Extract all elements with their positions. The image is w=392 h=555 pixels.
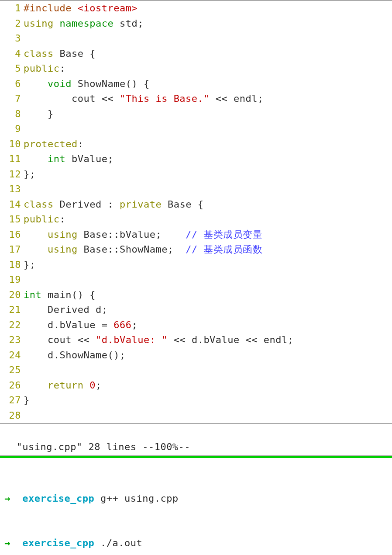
token-kw-using: using	[24, 18, 54, 29]
line-number: 19	[0, 272, 24, 288]
code-content: };	[24, 167, 392, 182]
token-kw-access: public	[24, 214, 59, 225]
code-line: 24 d.ShowName();	[0, 348, 392, 363]
code-line: 10protected:	[0, 137, 392, 152]
code-content: int bValue;	[24, 152, 392, 167]
token-num: 666	[113, 319, 131, 330]
code-line: 20int main() {	[0, 288, 392, 303]
status-text: "using.cpp" 28 lines --100%--	[17, 441, 191, 452]
line-number: 6	[0, 76, 24, 92]
line-number: 16	[0, 227, 24, 243]
token-str: "This is Base."	[120, 93, 210, 104]
token-type: void	[48, 78, 72, 89]
token-kw-ns: namespace	[59, 18, 113, 29]
code-content: using namespace std;	[24, 16, 392, 31]
line-number: 27	[0, 393, 24, 408]
token-type: int	[24, 289, 41, 300]
code-line: 14class Derived : private Base {	[0, 197, 392, 212]
code-line: 4class Base {	[0, 46, 392, 62]
code-line: 18};	[0, 257, 392, 273]
code-content: };	[24, 257, 392, 273]
code-line: 22 d.bValue = 666;	[0, 318, 392, 333]
terminal-output: → exercise_cpp g++ using.cpp → exercise_…	[0, 456, 392, 555]
token-str: "d.bValue: "	[96, 334, 168, 345]
token-plain: ;	[96, 380, 102, 391]
token-plain: main() {	[41, 289, 96, 300]
code-content	[24, 182, 392, 197]
code-content: protected:	[24, 137, 392, 152]
terminal-cmd: g++ using.cpp	[100, 493, 179, 504]
vim-status-bar: "using.cpp" 28 lines --100%--	[0, 424, 392, 456]
terminal-line: → exercise_cpp ./a.out	[4, 536, 388, 551]
code-content: d.ShowName();	[24, 348, 392, 363]
line-number: 7	[0, 91, 24, 107]
token-plain	[54, 18, 60, 29]
code-line: 7 cout << "This is Base." << endl;	[0, 91, 392, 107]
token-kw-using: using	[48, 244, 78, 255]
token-plain: Base::ShowName;	[78, 244, 186, 255]
line-number: 5	[0, 61, 24, 76]
token-num: 0	[89, 380, 96, 391]
token-plain	[24, 78, 48, 89]
code-content: using Base::bValue; // 基类成员变量	[24, 227, 392, 243]
code-line: 21 Derived d;	[0, 302, 392, 318]
token-plain: Base {	[162, 199, 203, 210]
token-kw-access: public	[24, 63, 59, 74]
line-number: 4	[0, 46, 24, 62]
code-content: }	[24, 107, 392, 122]
token-plain: ShowName() {	[72, 78, 150, 89]
token-type: int	[48, 153, 65, 164]
token-kw-access: protected	[24, 139, 78, 149]
code-content: return 0;	[24, 378, 392, 393]
code-line: 11 int bValue;	[0, 152, 392, 167]
token-plain	[24, 153, 48, 164]
code-line: 5public:	[0, 61, 392, 76]
cwd-label: exercise_cpp	[22, 493, 94, 504]
line-number: 23	[0, 333, 24, 348]
code-content	[24, 363, 392, 378]
code-line: 28	[0, 408, 392, 423]
token-cmt: // 基类成员函数	[186, 244, 262, 255]
code-content: void ShowName() {	[24, 76, 392, 92]
prompt-arrow-icon: →	[4, 493, 10, 504]
token-plain: :	[78, 139, 84, 149]
line-number: 26	[0, 378, 24, 393]
code-line: 26 return 0;	[0, 378, 392, 393]
token-plain: ;	[131, 319, 138, 330]
code-line: 15public:	[0, 212, 392, 227]
code-content	[24, 31, 392, 46]
token-plain: :	[59, 214, 65, 225]
token-plain: std;	[113, 18, 144, 29]
token-plain	[24, 380, 48, 391]
token-kw-class: class	[24, 199, 54, 210]
code-content: Derived d;	[24, 302, 392, 318]
token-plain: };	[24, 169, 36, 180]
token-hdr: <iostream>	[78, 3, 138, 14]
line-number: 2	[0, 16, 24, 31]
token-plain	[24, 229, 48, 240]
code-line: 23 cout << "d.bValue: " << d.bValue << e…	[0, 333, 392, 348]
line-number: 18	[0, 257, 24, 273]
token-plain: }	[24, 108, 54, 119]
code-content: using Base::ShowName; // 基类成员函数	[24, 242, 392, 257]
token-plain: cout <<	[24, 93, 120, 104]
token-plain: };	[24, 259, 36, 270]
code-content: #include <iostream>	[24, 1, 392, 16]
line-number: 22	[0, 318, 24, 333]
code-line: 16 using Base::bValue; // 基类成员变量	[0, 227, 392, 243]
token-plain: Base::bValue;	[78, 229, 186, 240]
code-content: public:	[24, 212, 392, 227]
code-line: 2using namespace std;	[0, 16, 392, 31]
terminal-cmd: ./a.out	[100, 538, 142, 548]
code-line: 19	[0, 272, 392, 288]
token-plain: << d.bValue << endl;	[168, 334, 294, 345]
line-number: 21	[0, 302, 24, 318]
line-number: 24	[0, 348, 24, 363]
token-plain: d.ShowName();	[24, 350, 126, 361]
code-content: d.bValue = 666;	[24, 318, 392, 333]
token-plain: << endl;	[210, 93, 264, 104]
line-number: 11	[0, 152, 24, 167]
code-line: 12};	[0, 167, 392, 182]
token-plain	[24, 244, 48, 255]
code-line: 1#include <iostream>	[0, 1, 392, 16]
